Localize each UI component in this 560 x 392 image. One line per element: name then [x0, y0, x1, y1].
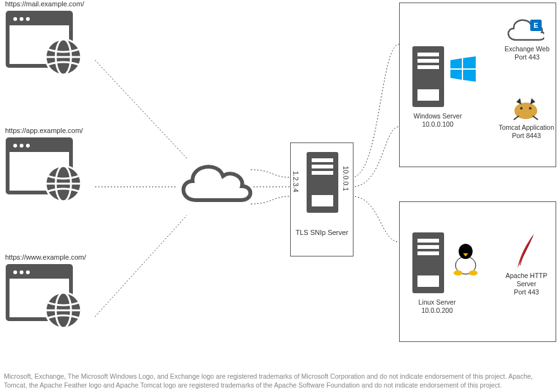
svg-rect-30 [312, 171, 333, 175]
svg-text:E: E [533, 22, 538, 29]
svg-rect-49 [417, 239, 439, 243]
windows-name: Windows Server [414, 112, 462, 120]
windows-logo-icon [450, 56, 476, 82]
client-1 [5, 10, 73, 71]
svg-marker-37 [450, 58, 462, 68]
svg-rect-33 [417, 53, 439, 56]
svg-point-47 [529, 107, 531, 110]
svg-marker-38 [463, 56, 476, 68]
svg-point-46 [520, 107, 523, 110]
client-1-url: https://mail.example.com/ [5, 0, 84, 8]
client-3 [5, 263, 73, 324]
svg-point-13 [26, 144, 30, 148]
svg-point-20 [13, 270, 17, 274]
svg-point-58 [468, 250, 469, 251]
internet-cloud [174, 156, 256, 215]
globe-icon [43, 290, 84, 331]
globe-icon [43, 37, 84, 77]
exchange-label: Exchange Web Port 443 [501, 45, 553, 61]
svg-point-60 [454, 270, 462, 275]
svg-point-2 [13, 17, 17, 21]
globe-icon [43, 163, 84, 204]
svg-rect-31 [312, 195, 333, 206]
svg-rect-35 [417, 65, 439, 69]
svg-rect-34 [417, 59, 439, 63]
proxy-ip-external: 1.2.3.4 [292, 171, 300, 193]
linux-ip: 10.0.0.200 [421, 307, 453, 314]
svg-point-11 [13, 144, 17, 148]
proxy-ip-internal: 10.0.0.1 [342, 166, 350, 191]
svg-point-61 [469, 270, 478, 275]
svg-rect-36 [417, 89, 439, 101]
proxy-box: TLS SNIp Server [290, 142, 353, 256]
svg-point-4 [26, 17, 30, 21]
svg-marker-44 [516, 98, 521, 104]
client-2 [5, 137, 73, 198]
windows-server-label: Windows Server 10.0.0.100 [406, 112, 469, 129]
tomcat-port: Port 8443 [512, 132, 541, 139]
svg-point-21 [20, 270, 23, 274]
svg-point-57 [462, 250, 464, 251]
svg-rect-29 [312, 165, 333, 168]
client-2-url: https://app.example.com/ [5, 127, 83, 134]
svg-marker-40 [463, 70, 476, 82]
tomcat-label: Tomcat Application Port 8443 [497, 123, 556, 140]
svg-point-22 [26, 270, 30, 274]
proxy-label: TLS SNIp Server [291, 228, 353, 237]
tomcat-logo-icon [510, 97, 542, 122]
cloud-icon [174, 156, 256, 213]
linux-backend-box: Linux Server 10.0.0.200 Apache HTTP Serv… [399, 201, 556, 342]
svg-rect-28 [312, 158, 333, 162]
exchange-port: Port 443 [514, 53, 540, 61]
linux-name: Linux Server [419, 298, 456, 306]
apache-feather-icon [514, 232, 539, 270]
diagram-canvas: https://mail.example.com/ https://app.ex… [0, 0, 560, 392]
svg-rect-50 [417, 245, 439, 249]
svg-rect-52 [417, 275, 439, 287]
svg-marker-45 [530, 98, 535, 104]
svg-point-54 [459, 244, 473, 259]
svg-point-12 [20, 144, 23, 148]
tomcat-name: Tomcat Application [499, 123, 554, 131]
apache-name: Apache HTTP Server [506, 272, 547, 288]
windows-ip: 10.0.0.100 [422, 120, 454, 128]
exchange-name: Exchange Web [504, 45, 549, 53]
svg-marker-39 [450, 70, 462, 80]
apache-label: Apache HTTP Server Port 443 [496, 272, 557, 296]
trademark-footnote: Microsoft, Exchange, The Microsoft Windo… [4, 372, 556, 389]
svg-point-3 [20, 17, 23, 21]
windows-backend-box: Windows Server 10.0.0.100 E Exchange Web… [399, 3, 556, 167]
tux-logo-icon [452, 243, 480, 275]
client-3-url: https://www.example.com/ [5, 253, 86, 261]
server-icon [305, 151, 340, 214]
exchange-cloud-icon: E [505, 16, 544, 44]
apache-port: Port 443 [514, 288, 539, 296]
server-icon [411, 45, 445, 108]
linux-server-label: Linux Server 10.0.0.200 [409, 298, 466, 315]
server-icon [411, 231, 445, 294]
svg-rect-51 [417, 251, 439, 255]
